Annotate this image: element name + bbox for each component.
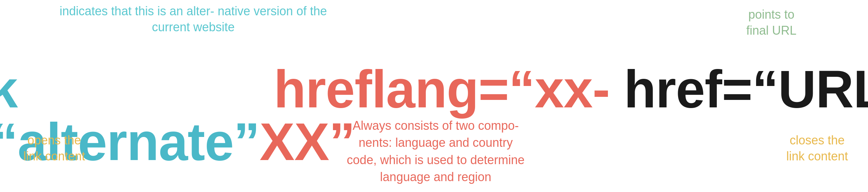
annotation-alternate-description: indicates that this is an alter- native … <box>47 3 339 35</box>
annotation-closes-link: closes thelink content <box>770 133 865 164</box>
annotation-points-to-url: points tofinal URL <box>712 7 831 39</box>
diagram-container: indicates that this is an alter- native … <box>0 0 868 192</box>
code-href: href=“URL” <box>610 63 868 116</box>
annotation-hreflang-description: Always consists of two compo-nents: lang… <box>312 117 559 186</box>
annotation-opens-link: opens thelink content <box>3 133 105 164</box>
